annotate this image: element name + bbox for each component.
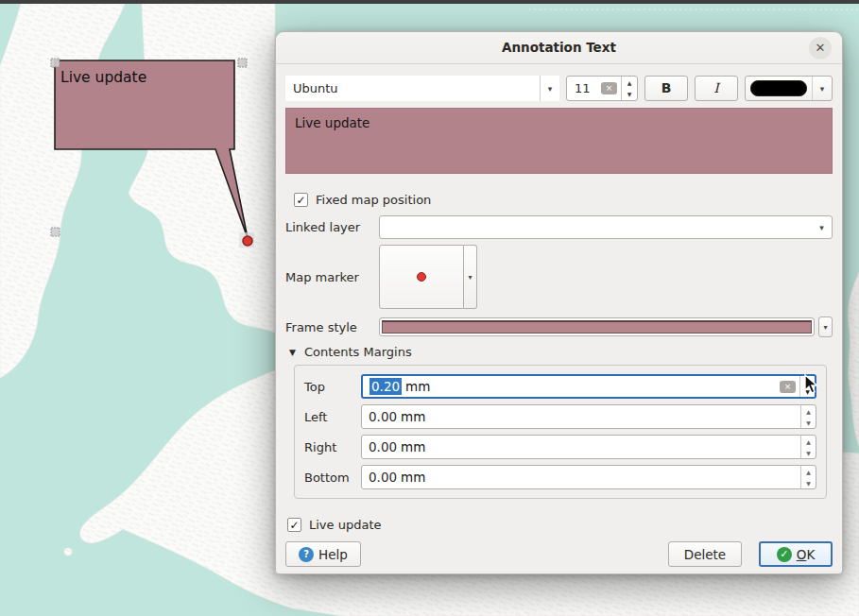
font-family-combo[interactable]: Ubuntu ▾ xyxy=(285,76,559,101)
contents-margins-group: Top 0.20 mm × ▲ ▼ Left 0.00 mm ▲ ▼ xyxy=(294,365,827,499)
margin-left-label: Left xyxy=(304,410,361,424)
margin-top-field[interactable]: 0.20 mm × ▲ ▼ xyxy=(361,374,816,399)
margin-top-value: 0.20 xyxy=(369,378,402,395)
help-icon: ? xyxy=(299,547,314,562)
live-update-label: Live update xyxy=(309,518,381,532)
margin-left-value: 0.00 xyxy=(369,409,397,424)
contents-margins-title: Contents Margins xyxy=(304,345,412,359)
chevron-down-icon[interactable]: ▾ xyxy=(540,76,559,101)
color-swatch xyxy=(750,80,807,96)
margin-left-unit: mm xyxy=(401,409,425,424)
margin-right-spinner[interactable]: ▲ ▼ xyxy=(800,436,816,458)
marker-preview-icon xyxy=(417,272,426,282)
map-marker-button[interactable] xyxy=(379,245,464,309)
collapse-triangle-icon[interactable]: ▼ xyxy=(289,348,296,357)
margin-right-value: 0.00 xyxy=(369,439,397,454)
annotation-text-dialog: Annotation Text ✕ Ubuntu ▾ 11 × ▲ ▼ B I … xyxy=(275,31,843,574)
margin-row-top: Top 0.20 mm × ▲ ▼ xyxy=(304,374,816,399)
font-size-spinbox[interactable]: 11 × ▲ ▼ xyxy=(566,76,638,101)
margin-left-field[interactable]: 0.00 mm ▲ ▼ xyxy=(361,404,816,429)
margin-right-unit: mm xyxy=(401,439,425,454)
checkbox-check-icon[interactable]: ✓ xyxy=(287,518,301,532)
dialog-titlebar[interactable]: Annotation Text ✕ xyxy=(276,32,842,64)
margin-row-right: Right 0.00 mm ▲ ▼ xyxy=(304,435,816,459)
button-row: ? Help Delete ✓ OK xyxy=(285,541,833,567)
ok-check-icon: ✓ xyxy=(777,547,792,562)
fixed-map-position-label: Fixed map position xyxy=(316,193,431,207)
map-marker-row: Map marker ▾ xyxy=(285,245,833,309)
checkbox-check-icon[interactable]: ✓ xyxy=(294,193,308,207)
spin-up-icon[interactable]: ▲ xyxy=(622,77,637,89)
margin-bottom-field[interactable]: 0.00 mm ▲ ▼ xyxy=(361,465,816,489)
frame-style-dropdown[interactable]: ▾ xyxy=(818,317,833,337)
ok-button-label: OK xyxy=(797,547,816,562)
map-marker-label: Map marker xyxy=(285,270,379,284)
spin-up-icon[interactable]: ▲ xyxy=(801,466,816,477)
margin-bottom-label: Bottom xyxy=(304,471,361,485)
font-toolbar: Ubuntu ▾ 11 × ▲ ▼ B I ▾ xyxy=(285,76,833,101)
font-size-spinner[interactable]: ▲ ▼ xyxy=(621,77,637,100)
annotation-text-input[interactable]: Live update xyxy=(285,108,833,174)
italic-button[interactable]: I xyxy=(695,76,738,101)
linked-layer-label: Linked layer xyxy=(285,220,379,234)
bold-button[interactable]: B xyxy=(644,76,688,101)
frame-style-combo[interactable] xyxy=(379,317,815,336)
margin-bottom-spinner[interactable]: ▲ ▼ xyxy=(800,466,816,488)
font-family-value: Ubuntu xyxy=(285,81,338,95)
spin-down-icon[interactable]: ▼ xyxy=(801,417,816,428)
annotation-balloon-text: Live update xyxy=(60,69,146,86)
linked-layer-combo[interactable]: ▾ xyxy=(379,215,833,239)
font-size-value: 11 xyxy=(567,81,591,95)
margin-right-label: Right xyxy=(304,440,361,454)
delete-button[interactable]: Delete xyxy=(668,541,742,567)
help-button-label: Help xyxy=(318,547,348,562)
spin-up-icon[interactable]: ▲ xyxy=(801,436,816,447)
margin-bottom-unit: mm xyxy=(401,470,425,485)
fixed-map-position-checkbox[interactable]: ✓ Fixed map position xyxy=(294,193,833,207)
top-strip xyxy=(0,0,859,4)
chevron-down-icon[interactable]: ▾ xyxy=(812,216,832,238)
map-marker-point xyxy=(243,236,252,246)
margin-bottom-value: 0.00 xyxy=(369,470,397,485)
margin-top-unit: mm xyxy=(405,379,430,394)
frame-style-row: Frame style ▾ xyxy=(285,316,833,338)
margin-top-label: Top xyxy=(304,380,361,394)
margin-right-field[interactable]: 0.00 mm ▲ ▼ xyxy=(361,435,816,459)
font-color-button[interactable]: ▾ xyxy=(745,76,833,101)
map-marker-dropdown[interactable]: ▾ xyxy=(464,245,477,309)
delete-button-label: Delete xyxy=(684,547,726,562)
live-update-checkbox[interactable]: ✓ Live update xyxy=(287,518,833,532)
chevron-down-icon[interactable]: ▾ xyxy=(812,77,832,100)
mouse-cursor xyxy=(804,374,822,395)
linked-layer-row: Linked layer ▾ xyxy=(285,215,833,239)
dialog-title: Annotation Text xyxy=(276,40,842,55)
spin-down-icon[interactable]: ▼ xyxy=(622,89,637,101)
margin-row-bottom: Bottom 0.00 mm ▲ ▼ xyxy=(304,465,816,489)
spin-up-icon[interactable]: ▲ xyxy=(801,405,816,417)
spin-down-icon[interactable]: ▼ xyxy=(801,477,816,488)
clear-icon[interactable]: × xyxy=(601,82,617,94)
margin-row-left: Left 0.00 mm ▲ ▼ xyxy=(304,404,816,429)
contents-margins-header[interactable]: ▼ Contents Margins xyxy=(289,345,833,359)
spin-down-icon[interactable]: ▼ xyxy=(801,447,816,458)
help-button[interactable]: ? Help xyxy=(285,541,361,567)
clear-icon[interactable]: × xyxy=(780,381,796,393)
frame-style-label: Frame style xyxy=(285,320,379,334)
frame-style-preview xyxy=(382,320,812,334)
close-icon[interactable]: ✕ xyxy=(809,37,832,60)
margin-left-spinner[interactable]: ▲ ▼ xyxy=(800,405,816,428)
ok-button[interactable]: ✓ OK xyxy=(759,541,833,567)
